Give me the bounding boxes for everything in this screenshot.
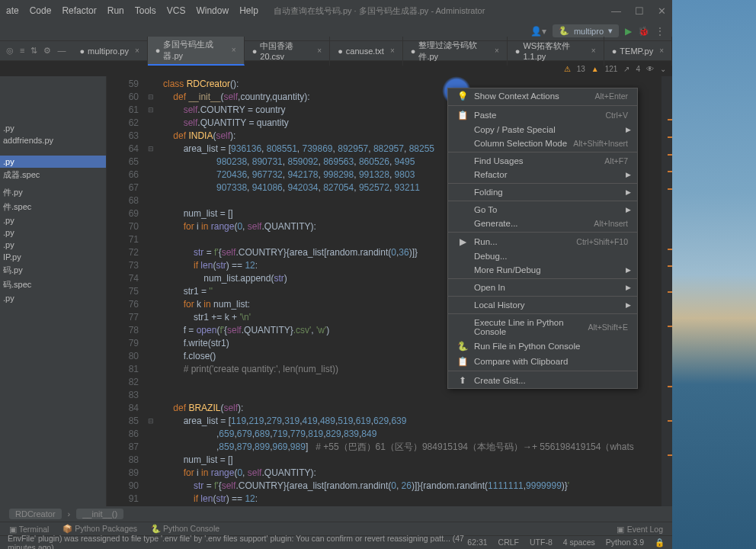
close-icon[interactable]: ✕ [658,5,666,17]
menu-tools[interactable]: Tools [135,5,156,16]
context-menu-item[interactable]: ⬆Create Gist... [448,373,637,388]
hide-icon[interactable]: — [57,46,66,56]
console-tab[interactable]: 🐍 Python Console [151,524,219,534]
indent[interactable]: 4 spaces [563,538,595,547]
eye-icon[interactable]: 👁 [646,65,654,73]
context-menu-item[interactable]: ▶Run...Ctrl+Shift+F10 [448,234,637,249]
minimize-icon[interactable]: — [611,5,621,17]
context-menu-item[interactable]: Refactor▶ [448,168,637,181]
project-file-item[interactable]: 成器.spec [0,168,106,182]
editor-tab[interactable]: ●多国号码生成器.py× [148,37,245,66]
context-menu-item[interactable]: Copy / Paste Special▶ [448,123,637,136]
context-menu-item[interactable]: Go To▶ [448,203,637,217]
debug-icon[interactable]: 🐞 [638,26,649,37]
context-menu-item[interactable]: Debug... [448,249,637,263]
status-message: EnvFile' plugin) was reassigned to file … [8,534,467,550]
line-ending[interactable]: CRLF [498,538,519,547]
project-file-item[interactable]: 码.py [0,263,106,278]
context-menu-item[interactable]: Execute Line in Python ConsoleAlt+Shift+… [448,316,637,339]
gear-icon[interactable]: ⚙ [43,46,51,56]
project-file-item[interactable]: addfriends.py [0,134,106,146]
editor-tab[interactable]: ●整理过滤号码软件.py× [403,37,508,66]
maximize-icon[interactable]: ☐ [635,5,644,17]
menu-item-icon: 💡 [457,91,468,101]
menu-run[interactable]: Run [107,5,124,16]
context-menu-item[interactable]: 💡Show Context ActionsAlt+Enter [448,88,637,104]
packages-tab[interactable]: 📦 Python Packages [62,524,137,534]
add-user-icon[interactable]: 👤▾ [530,26,546,37]
context-menu-item[interactable]: Folding▶ [448,185,637,199]
context-menu-item[interactable]: Local History▶ [448,298,637,312]
breadcrumb-class[interactable]: RDCreator [9,509,62,519]
context-menu-item[interactable]: 📋PasteCtrl+V [448,108,637,123]
warning-icon[interactable]: ⚠ [564,65,571,73]
project-file-item[interactable]: 码.spec [0,278,106,292]
editor-tab[interactable]: ●multipro.py× [72,37,147,66]
event-log[interactable]: ▣ Event Log [617,525,663,534]
close-tab-icon[interactable]: × [232,46,236,54]
project-file-item[interactable]: .py [0,214,106,226]
editor-tab[interactable]: ●中国香港20.csv× [245,37,330,66]
menu-item-label: Folding [474,188,628,197]
close-tab-icon[interactable]: × [591,47,596,55]
interpreter[interactable]: Python 3.9 [606,538,644,547]
close-tab-icon[interactable]: × [659,47,664,55]
menu-vcs[interactable]: VCS [167,5,186,16]
encoding[interactable]: UTF-8 [530,538,553,547]
line-gutter: 5960616263646566676869707172737475767778… [107,76,145,506]
editor-tab[interactable]: ●TEMP.py× [604,37,672,66]
project-file-item[interactable]: .py [0,122,106,134]
editor-tab[interactable]: ●canuse.txt× [330,37,403,66]
more-run-icon[interactable]: ⋮ [655,26,665,37]
project-file-item[interactable]: .py [0,239,106,251]
close-tab-icon[interactable]: × [317,47,322,55]
context-menu-item[interactable]: 📋Compare with Clipboard [448,354,637,369]
editor-tabs: ◎ ≡ ⇅ ⚙ — ●multipro.py×●多国号码生成器.py×●中国香港… [0,41,672,61]
collapse-icon[interactable]: ⇅ [30,46,37,56]
python-icon: 🐍 [559,26,569,36]
lock-icon[interactable]: 🔒 [655,538,665,547]
menu-item-label: Create Gist... [474,376,628,385]
target-icon[interactable]: ◎ [6,46,14,56]
error-icon[interactable]: ▲ [591,65,599,73]
context-menu-item[interactable]: Column Selection ModeAlt+Shift+Insert [448,136,637,150]
minimap[interactable] [662,76,672,506]
context-menu: 💡Show Context ActionsAlt+Enter📋PasteCtrl… [447,88,638,389]
menu-refactor[interactable]: Refactor [62,5,96,16]
context-menu-item[interactable]: Find UsagesAlt+F7 [448,154,637,168]
editor-tab[interactable]: ●WS拓客软件1.1.py× [508,37,604,66]
chevron-icon[interactable]: ⌄ [660,65,666,73]
error-count: 121 [605,65,618,73]
project-file-item[interactable]: .py [0,226,106,239]
run-icon[interactable]: ▶ [625,26,632,37]
project-panel[interactable]: .pyaddfriends.py.py成器.spec件.py件.spec.py.… [0,76,107,506]
project-file-item[interactable]: IP.py [0,251,106,263]
menu-code[interactable]: Code [30,5,52,16]
context-menu-item[interactable]: More Run/Debug▶ [448,263,637,277]
project-file-item[interactable]: 件.spec [0,200,106,214]
terminal-tab[interactable]: ▣ Terminal [9,525,49,534]
run-config-selector[interactable]: 🐍 multipro ▾ [553,24,619,37]
context-menu-item[interactable]: 🐍Run File in Python Console [448,339,637,354]
context-menu-item[interactable]: Generate...Alt+Insert [448,217,637,230]
menu-help[interactable]: Help [239,5,258,16]
context-menu-item[interactable]: Open In▶ [448,281,637,294]
menu-item-label: Paste [474,111,600,120]
submenu-arrow-icon: ▶ [626,284,631,291]
close-tab-icon[interactable]: × [495,47,499,55]
project-file-item[interactable]: .py [0,156,106,168]
menu-window[interactable]: Window [196,5,229,16]
breadcrumb-method[interactable]: __init__() [76,509,123,519]
menu-item-icon: ▶ [457,236,468,247]
project-file-item[interactable]: .py [0,292,106,304]
close-tab-icon[interactable]: × [135,47,139,55]
project-file-item[interactable]: 件.py [0,185,106,200]
menu-navigate[interactable]: ate [6,5,19,16]
warning-count: 13 [577,65,585,73]
arrow-icon[interactable]: ↗ [623,65,629,73]
tab-label: WS拓客软件1.1.py [523,40,585,61]
file-icon: ● [338,47,343,56]
close-tab-icon[interactable]: × [390,47,395,55]
expand-icon[interactable]: ≡ [20,46,24,56]
fold-strip[interactable]: ⊟⊟⊟⊟ [145,76,157,506]
